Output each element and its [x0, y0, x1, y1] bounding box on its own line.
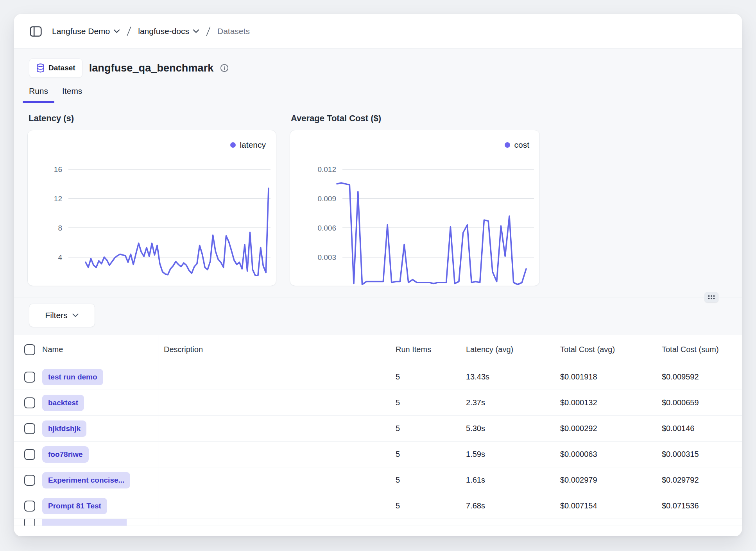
cell-total-cost-sum: $0.029792: [662, 467, 742, 493]
column-header-total-cost-avg[interactable]: Total Cost (avg): [560, 335, 662, 364]
latency-chart-title: Latency (s): [29, 113, 276, 123]
cell-total-cost-sum: $0.00146: [662, 416, 742, 441]
table-row[interactable]: Prompt 81 Test 5 7.68s $0.007154 $0.0715…: [14, 493, 742, 519]
cell-description: [158, 467, 396, 493]
tab-bar: Runs Items: [14, 86, 742, 103]
row-checkbox[interactable]: [24, 501, 35, 512]
legend-dot-icon: [505, 142, 510, 148]
filters-row: Filters: [14, 297, 742, 335]
row-checkbox[interactable]: [24, 423, 35, 434]
cell-description: [158, 390, 396, 415]
chevron-down-icon: [72, 313, 79, 318]
table-row[interactable]: backtest 5 2.37s $0.000132 $0.000659: [14, 390, 742, 416]
svg-text:0.003: 0.003: [317, 253, 336, 261]
cell-latency-avg: 13.43s: [466, 364, 560, 390]
cell-total-cost-avg: $0.002979: [560, 467, 662, 493]
page-title: langfuse_qa_benchmark: [89, 62, 214, 74]
latency-chart-card: 161284 latency: [27, 130, 276, 286]
run-name-badge[interactable]: backtest: [42, 395, 84, 411]
cell-description: [158, 442, 396, 467]
breadcrumb-separator: [206, 26, 211, 37]
top-bar: Langfuse Demo langfuse-docs Datasets: [14, 14, 742, 49]
cell-total-cost-avg: $0.001918: [560, 364, 662, 390]
cell-latency-avg: 1.61s: [466, 467, 560, 493]
section-divider: [14, 297, 742, 297]
run-name-badge[interactable]: Prompt 81 Test: [42, 498, 107, 514]
column-header-run-items[interactable]: Run Items: [396, 335, 466, 364]
cell-run-items: 5: [396, 416, 466, 441]
cost-chart-canvas: 0.0120.0090.0060.003: [290, 130, 540, 286]
database-icon: [36, 63, 45, 73]
run-name-badge[interactable]: Experiment concise...: [42, 472, 130, 488]
tab-items[interactable]: Items: [62, 86, 82, 103]
dataset-badge-label: Dataset: [48, 64, 75, 72]
cell-total-cost-sum: $0.000659: [662, 390, 742, 415]
chevron-down-icon: [113, 29, 120, 34]
cell-total-cost-sum: $0.000315: [662, 442, 742, 467]
svg-text:0.006: 0.006: [317, 224, 336, 232]
table-header-row: Name Description Run Items Latency (avg)…: [14, 335, 742, 364]
table-row-partial: [14, 519, 742, 526]
breadcrumb-org[interactable]: Langfuse Demo: [52, 27, 120, 36]
app-window: Langfuse Demo langfuse-docs Datasets: [14, 14, 742, 536]
cell-total-cost-avg: $0.000063: [560, 442, 662, 467]
cell-description: [158, 493, 396, 519]
run-name-badge[interactable]: hjkfdshjk: [42, 420, 86, 437]
sidebar-toggle-icon[interactable]: [30, 26, 42, 37]
column-header-total-cost-sum[interactable]: Total Cost (sum): [662, 335, 742, 364]
breadcrumb-page-label: Datasets: [217, 27, 250, 36]
legend-dot-icon: [230, 142, 236, 148]
dataset-type-badge: Dataset: [29, 58, 82, 78]
filters-button-label: Filters: [45, 311, 67, 320]
run-name-badge[interactable]: foo78riwe: [42, 446, 89, 463]
cell-latency-avg: 1.59s: [466, 442, 560, 467]
cell-run-items: 5: [396, 493, 466, 519]
row-checkbox[interactable]: [24, 449, 35, 460]
filters-button[interactable]: Filters: [29, 304, 95, 327]
chevron-down-icon: [193, 29, 199, 34]
column-header-description[interactable]: Description: [158, 335, 396, 364]
breadcrumb-org-label: Langfuse Demo: [52, 27, 110, 36]
cell-run-items: 5: [396, 467, 466, 493]
table-row[interactable]: test run demo 5 13.43s $0.001918 $0.0095…: [14, 364, 742, 390]
cell-total-cost-sum: $0.009592: [662, 364, 742, 390]
run-name-badge[interactable]: test run demo: [42, 369, 103, 385]
svg-text:12: 12: [54, 195, 62, 203]
legend-label: cost: [514, 140, 529, 150]
runs-table: Name Description Run Items Latency (avg)…: [14, 335, 742, 536]
info-icon[interactable]: [220, 64, 229, 72]
resize-handle-icon[interactable]: [704, 292, 718, 302]
row-checkbox[interactable]: [24, 397, 35, 408]
cell-latency-avg: 7.68s: [466, 493, 560, 519]
cell-latency-avg: 5.30s: [466, 416, 560, 441]
table-body: test run demo 5 13.43s $0.001918 $0.0095…: [14, 364, 742, 519]
breadcrumb-separator: [126, 26, 132, 37]
tab-runs[interactable]: Runs: [29, 86, 48, 103]
svg-text:0.009: 0.009: [317, 195, 336, 203]
cost-chart-title: Average Total Cost ($): [291, 113, 540, 123]
cell-run-items: 5: [396, 364, 466, 390]
breadcrumb-project-label: langfuse-docs: [138, 27, 189, 36]
table-row[interactable]: hjkfdshjk 5 5.30s $0.000292 $0.00146: [14, 416, 742, 442]
breadcrumb-project[interactable]: langfuse-docs: [138, 27, 199, 36]
row-checkbox[interactable]: [24, 519, 35, 526]
run-name-badge[interactable]: [42, 519, 127, 526]
select-all-checkbox[interactable]: [24, 344, 35, 355]
table-row[interactable]: foo78riwe 5 1.59s $0.000063 $0.000315: [14, 442, 742, 467]
table-row[interactable]: Experiment concise... 5 1.61s $0.002979 …: [14, 467, 742, 493]
legend-label: latency: [240, 140, 266, 150]
cell-latency-avg: 2.37s: [466, 390, 560, 415]
breadcrumb-page[interactable]: Datasets: [217, 27, 250, 36]
cost-chart-card: 0.0120.0090.0060.003 cost: [290, 130, 540, 286]
dataset-header: Dataset langfuse_qa_benchmark: [14, 49, 742, 78]
column-header-latency-avg[interactable]: Latency (avg): [466, 335, 560, 364]
svg-text:16: 16: [54, 165, 62, 174]
cost-chart-block: Average Total Cost ($) 0.0120.0090.0060.…: [290, 113, 540, 286]
cell-run-items: 5: [396, 442, 466, 467]
column-header-name[interactable]: Name: [42, 335, 158, 364]
breadcrumb: Langfuse Demo langfuse-docs Datasets: [52, 26, 250, 37]
main-content: Dataset langfuse_qa_benchmark Runs Items…: [14, 49, 742, 536]
row-checkbox[interactable]: [24, 475, 35, 486]
row-checkbox[interactable]: [24, 372, 35, 383]
latency-chart-canvas: 161284: [28, 130, 276, 286]
